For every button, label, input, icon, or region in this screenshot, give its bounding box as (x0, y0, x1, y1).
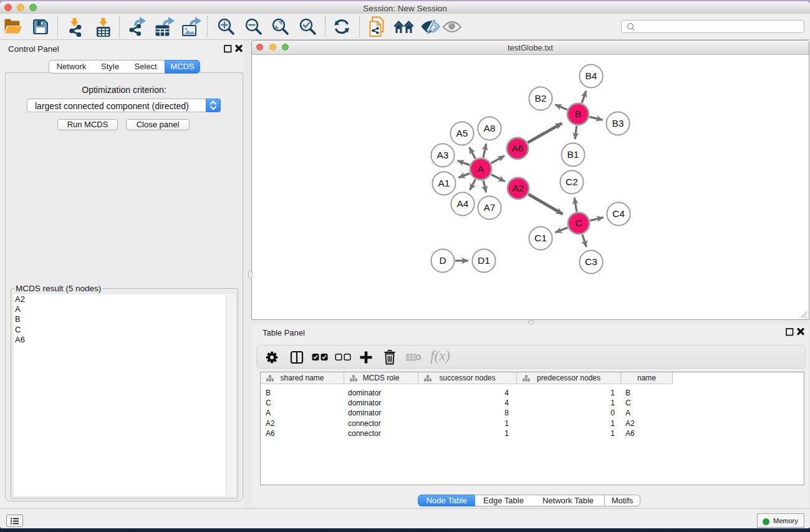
svg-text:A8: A8 (484, 123, 496, 133)
svg-text:C2: C2 (566, 177, 578, 187)
svg-text:B2: B2 (535, 93, 547, 104)
svg-text:B: B (575, 109, 581, 119)
svg-text:A3: A3 (437, 150, 449, 160)
svg-text:C4: C4 (612, 208, 625, 219)
svg-text:D1: D1 (478, 255, 490, 266)
svg-text:A4: A4 (457, 198, 469, 209)
svg-text:C3: C3 (585, 256, 597, 267)
svg-text:A: A (478, 163, 485, 174)
svg-text:A7: A7 (484, 202, 496, 213)
svg-text:B1: B1 (567, 149, 579, 160)
svg-text:D: D (439, 255, 446, 266)
svg-text:A6: A6 (512, 143, 524, 153)
svg-text:C: C (575, 218, 582, 228)
svg-text:B3: B3 (612, 118, 624, 128)
svg-text:A1: A1 (438, 178, 450, 188)
svg-text:B4: B4 (586, 70, 597, 81)
svg-text:C1: C1 (534, 233, 547, 243)
svg-text:A2: A2 (513, 183, 524, 193)
svg-text:A5: A5 (456, 128, 468, 138)
